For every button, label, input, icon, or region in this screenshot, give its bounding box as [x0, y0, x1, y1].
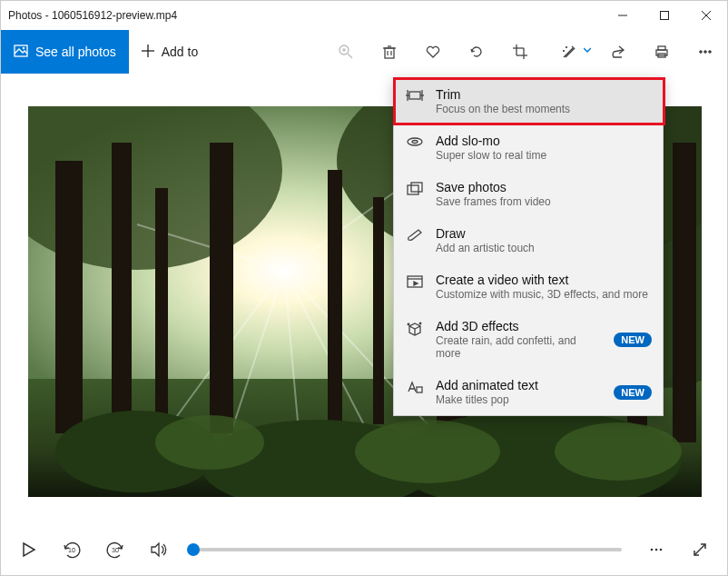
menu-item-slomo[interactable]: Add slo-moSuper slow to real time: [394, 124, 663, 171]
svg-rect-45: [210, 143, 233, 433]
video-text-icon: [405, 273, 425, 289]
svg-point-65: [412, 141, 418, 144]
more-button[interactable]: [684, 30, 727, 74]
delete-button[interactable]: [368, 30, 411, 74]
add-to-button[interactable]: Add to: [129, 30, 211, 74]
svg-point-76: [408, 323, 409, 325]
menu-item-save-photos[interactable]: Save photosSave frames from video: [394, 171, 663, 217]
svg-rect-44: [155, 188, 168, 424]
svg-rect-43: [112, 143, 132, 433]
playback-more-button[interactable]: [638, 531, 674, 568]
svg-rect-12: [385, 48, 394, 58]
svg-rect-47: [373, 197, 384, 424]
menu-title: Add slo-mo: [436, 134, 652, 148]
svg-rect-1: [661, 12, 669, 20]
zoom-button[interactable]: [324, 30, 368, 74]
volume-button[interactable]: [141, 531, 177, 568]
svg-marker-70: [414, 282, 418, 285]
trim-icon: [405, 87, 425, 102]
svg-point-22: [563, 50, 564, 51]
svg-point-84: [660, 549, 663, 551]
svg-line-72: [409, 326, 415, 329]
menu-sub: Add an artistic touch: [436, 242, 652, 254]
menu-sub: Customize with music, 3D effects, and mo…: [436, 288, 652, 301]
menu-sub: Focus on the best moments: [436, 103, 652, 115]
menu-item-trim[interactable]: TrimFocus on the best moments: [394, 78, 663, 124]
svg-point-5: [23, 46, 25, 48]
edit-dropdown: TrimFocus on the best moments Add slo-mo…: [393, 77, 664, 416]
svg-point-57: [355, 420, 500, 483]
menu-sub: Super slow to real time: [436, 149, 652, 162]
play-button[interactable]: [10, 531, 46, 568]
save-photos-icon: [405, 180, 425, 196]
svg-rect-52: [673, 143, 696, 442]
svg-rect-67: [411, 183, 422, 192]
window-title: Photos - 1060516912-preview.mp4: [8, 9, 177, 22]
edit-menu-button[interactable]: [542, 30, 596, 74]
fullscreen-button[interactable]: [682, 531, 718, 568]
animated-text-icon: [405, 378, 425, 394]
plus-icon: [142, 45, 154, 60]
svg-rect-66: [408, 185, 418, 194]
menu-sub: Create rain, add confetti, and more: [436, 334, 603, 360]
new-badge: NEW: [614, 385, 652, 400]
skip-back-button[interactable]: 10: [54, 531, 90, 568]
svg-point-64: [408, 138, 422, 145]
svg-marker-78: [24, 543, 34, 556]
svg-point-28: [704, 51, 707, 54]
menu-item-animated-text[interactable]: Add animated textMake titles pop NEW: [394, 369, 663, 415]
menu-title: Create a video with text: [436, 273, 652, 287]
svg-line-9: [348, 54, 352, 58]
menu-title: Draw: [436, 226, 652, 241]
seek-thumb[interactable]: [187, 543, 200, 556]
svg-rect-25: [658, 46, 665, 50]
playback-bar: 10 30: [1, 524, 727, 575]
menu-title: Trim: [436, 87, 652, 102]
photo-icon: [14, 44, 28, 61]
menu-title: Save photos: [436, 180, 652, 194]
menu-sub: Make titles pop: [436, 393, 603, 406]
window-titlebar: Photos - 1060516912-preview.mp4: [1, 1, 727, 30]
window-controls: [602, 1, 727, 30]
see-all-photos-button[interactable]: See all photos: [1, 30, 129, 74]
svg-text:30: 30: [112, 547, 119, 553]
svg-rect-59: [409, 92, 420, 99]
svg-marker-81: [152, 543, 159, 556]
favorite-button[interactable]: [411, 30, 455, 74]
menu-title: Add animated text: [436, 378, 603, 392]
see-all-label: See all photos: [35, 45, 116, 59]
add-to-label: Add to: [162, 45, 198, 59]
svg-point-75: [419, 323, 421, 324]
svg-point-27: [700, 51, 703, 54]
svg-rect-46: [328, 170, 342, 424]
svg-line-73: [415, 326, 420, 329]
crop-button[interactable]: [498, 30, 542, 74]
maximize-button[interactable]: [644, 1, 685, 30]
svg-point-56: [155, 415, 264, 470]
minimize-button[interactable]: [602, 1, 644, 30]
svg-point-29: [709, 51, 712, 54]
menu-title: Add 3D effects: [436, 319, 603, 333]
svg-line-85: [694, 544, 705, 555]
menu-item-draw[interactable]: DrawAdd an artistic touch: [394, 217, 663, 263]
svg-point-82: [651, 549, 654, 551]
close-button[interactable]: [685, 1, 727, 30]
effects-3d-icon: [405, 319, 425, 337]
app-toolbar: See all photos Add to: [1, 30, 727, 74]
draw-icon: [405, 226, 425, 243]
new-badge: NEW: [614, 333, 652, 347]
svg-rect-77: [417, 387, 422, 392]
rotate-button[interactable]: [455, 30, 498, 74]
svg-rect-42: [55, 161, 83, 433]
skip-forward-button[interactable]: 30: [97, 531, 133, 568]
seek-slider[interactable]: [193, 548, 622, 551]
share-button[interactable]: [596, 30, 640, 74]
menu-item-video-text[interactable]: Create a video with textCustomize with m…: [394, 263, 663, 310]
menu-sub: Save frames from video: [436, 195, 652, 208]
svg-point-83: [655, 549, 658, 551]
svg-text:10: 10: [68, 547, 75, 553]
slomo-icon: [405, 134, 425, 148]
menu-item-3d-effects[interactable]: Add 3D effectsCreate rain, add confetti,…: [394, 310, 663, 369]
chevron-down-icon: [584, 41, 591, 57]
print-button[interactable]: [640, 30, 684, 74]
